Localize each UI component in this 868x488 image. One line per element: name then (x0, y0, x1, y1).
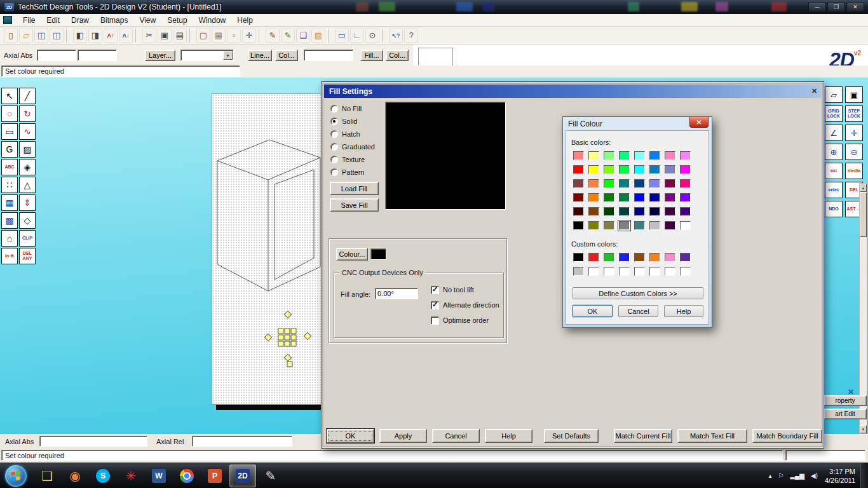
load-fill-button[interactable]: Load Fill (330, 182, 379, 195)
context-help-icon[interactable]: ↖? (389, 29, 403, 43)
custom-color-swatch[interactable] (680, 267, 691, 276)
basic-color-swatch[interactable] (573, 221, 584, 230)
select-region-icon[interactable]: ▢ (196, 29, 210, 43)
palette-icon[interactable]: ▧ (311, 29, 325, 43)
origin-icon[interactable]: ✛ (242, 29, 256, 43)
select-tool[interactable]: ↖ (1, 88, 18, 104)
basic-color-swatch[interactable] (680, 193, 691, 202)
basic-color-swatch[interactable] (680, 151, 691, 160)
fs-button-match-current-fill[interactable]: Match Current Fill (614, 429, 672, 443)
basic-color-swatch[interactable] (649, 207, 660, 216)
document-icon[interactable] (3, 16, 12, 24)
radio-dot-graduated[interactable] (330, 143, 338, 151)
axial-rel-input[interactable] (192, 436, 292, 447)
radio-graduated[interactable]: Graduated (330, 140, 375, 153)
basic-color-swatch[interactable] (604, 193, 614, 202)
basic-color-swatch[interactable] (680, 165, 691, 174)
basic-color-swatch[interactable] (573, 179, 584, 188)
fill-style-button[interactable]: Fill... (360, 50, 383, 61)
radio-dot-solid[interactable] (330, 118, 338, 125)
basic-color-swatch[interactable] (634, 179, 645, 188)
basic-color-swatch[interactable] (665, 221, 675, 230)
taskbar-word-button[interactable]: W (146, 464, 172, 487)
transform-tool[interactable]: △ (19, 177, 36, 193)
fill-colour-ok-button[interactable]: OK (573, 305, 613, 317)
menu-bitmaps[interactable]: Bitmaps (95, 14, 133, 27)
custom-color-swatch[interactable] (634, 253, 645, 262)
fill-angle-input[interactable] (375, 288, 418, 299)
radio-hatch[interactable]: Hatch (330, 128, 375, 140)
custom-color-swatch[interactable] (619, 267, 630, 276)
property-button[interactable]: roperty (824, 395, 867, 406)
basic-color-swatch[interactable] (680, 179, 691, 188)
fill-colour-close-button[interactable]: ✕ (689, 117, 709, 128)
taskbar-powerpoint-button[interactable]: P (201, 464, 228, 487)
radio-dot-texture[interactable] (330, 156, 338, 163)
basic-color-swatch[interactable] (573, 165, 584, 174)
text-tool[interactable]: ABC (1, 159, 18, 175)
taskbar-2d-design-button[interactable]: 2D (229, 464, 256, 487)
fill-colour-help-button[interactable]: Help (664, 305, 703, 317)
fs-button-apply[interactable]: Apply (379, 429, 427, 443)
line-colour-button[interactable]: Col... (275, 50, 298, 61)
basic-color-swatch[interactable] (573, 151, 584, 160)
open-icon[interactable]: ▱ (19, 29, 33, 43)
taskbar-media-player-button[interactable]: ◉ (62, 464, 88, 487)
font-decrease-icon[interactable]: A↓ (119, 29, 133, 43)
taskbar-techsoft-button[interactable]: ✳ (118, 464, 144, 487)
hatch-tool[interactable]: ▨ (19, 141, 36, 158)
lock-tool[interactable]: ▣ (845, 86, 863, 103)
taskbar-skype-button[interactable]: S (90, 464, 116, 487)
checkbox-no-tool-lift[interactable]: No tool lift (431, 282, 499, 297)
curve-tool[interactable]: ∿ (19, 123, 36, 140)
basic-color-swatch[interactable] (604, 179, 614, 188)
radio-dot-pattern[interactable] (330, 168, 338, 176)
axial-abs-input[interactable] (39, 436, 147, 447)
custom-color-swatch[interactable] (588, 253, 599, 262)
step-snap-icon[interactable]: ▫ (227, 29, 241, 43)
checkbox-box-alternate-direction[interactable] (431, 301, 439, 309)
basic-color-swatch[interactable] (634, 221, 645, 230)
zoom-tool-icon[interactable]: ⊙ (365, 29, 379, 43)
custom-color-swatch[interactable] (665, 267, 675, 276)
fill-colour-button[interactable]: Col... (386, 50, 409, 61)
basic-color-swatch[interactable] (665, 193, 675, 202)
basic-color-swatch[interactable] (649, 165, 660, 174)
basic-color-swatch[interactable] (619, 179, 630, 188)
custom-color-swatch[interactable] (604, 253, 614, 262)
custom-color-swatch[interactable] (649, 253, 660, 262)
custom-color-swatch[interactable] (588, 267, 599, 276)
layer-button[interactable]: Layer... (145, 50, 175, 61)
basic-color-swatch[interactable] (604, 151, 614, 160)
text-path-tool[interactable]: G (1, 141, 18, 158)
close-button[interactable]: ✕ (846, 2, 864, 12)
custom-color-swatch[interactable] (604, 267, 614, 276)
clip-tool[interactable]: CLIP (19, 230, 36, 247)
checkbox-alternate-direction[interactable]: Alternate direction (431, 297, 499, 313)
chevron-down-icon[interactable]: ▼ (223, 51, 233, 60)
label-tool[interactable]: ▱ (825, 86, 843, 103)
basic-color-swatch[interactable] (588, 179, 599, 188)
network-icon[interactable]: ▂▄▆ (790, 472, 804, 479)
minimize-button[interactable]: ─ (808, 2, 826, 12)
custom-color-swatch[interactable] (649, 267, 660, 276)
export-red-icon[interactable]: ✎ (266, 29, 280, 43)
copy-icon[interactable]: ▣ (158, 29, 172, 43)
basic-color-swatch[interactable] (649, 221, 660, 230)
in-out-tool[interactable]: in ⊖ (1, 248, 18, 264)
basic-color-swatch[interactable] (619, 207, 630, 216)
break-tool[interactable]: ◈ (19, 159, 36, 175)
export-green-icon[interactable]: ✎ (281, 29, 295, 43)
basic-color-swatch[interactable] (665, 207, 675, 216)
taskbar-explorer-button[interactable]: ❏ (34, 464, 60, 487)
flip-horizontal-icon[interactable]: ◧ (73, 29, 87, 43)
basic-color-swatch[interactable] (649, 193, 660, 202)
colour-button[interactable]: Colour... (336, 248, 368, 261)
nodes-tool[interactable]: ∷ (1, 177, 18, 193)
save-fill-button[interactable]: Save Fill (330, 198, 379, 212)
basic-color-swatch[interactable] (604, 207, 614, 216)
save-as-icon[interactable]: ◫ (50, 29, 64, 43)
menu-window[interactable]: Window (193, 14, 232, 27)
define-custom-colors-button[interactable]: Define Custom Colors >> (573, 287, 703, 299)
attach-tool[interactable]: ◇ (19, 212, 36, 229)
